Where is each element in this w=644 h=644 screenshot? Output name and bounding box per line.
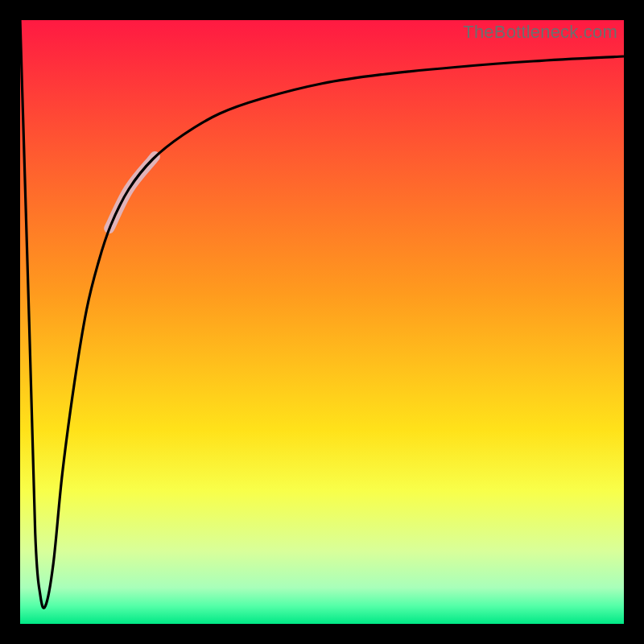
chart-frame: TheBottleneck.com <box>0 0 644 644</box>
plot-area: TheBottleneck.com <box>20 20 624 624</box>
bottleneck-curve <box>20 20 624 608</box>
highlight-segment <box>109 157 155 229</box>
curve-layer <box>20 20 624 624</box>
